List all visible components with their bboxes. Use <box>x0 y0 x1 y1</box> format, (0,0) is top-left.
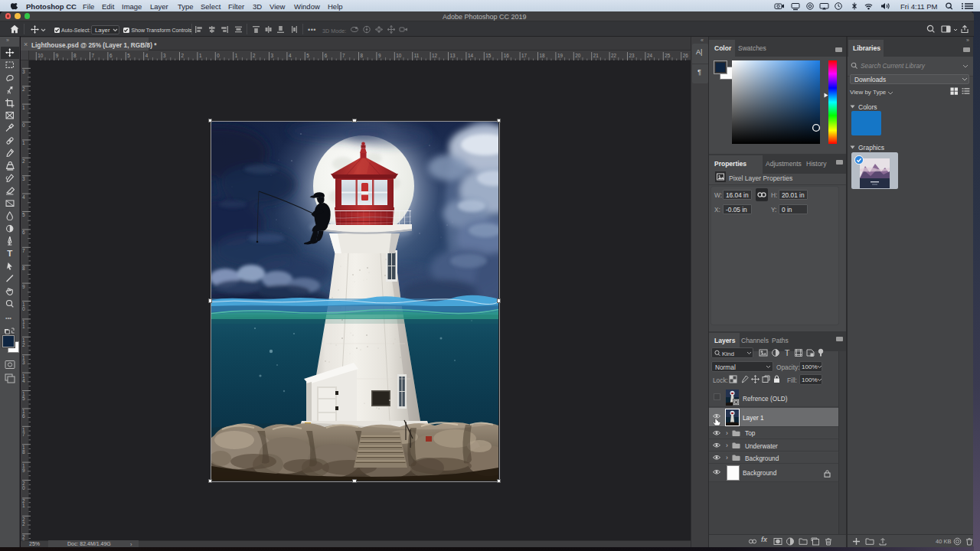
svg-text:13: 13 <box>450 53 456 58</box>
svg-text:2: 2 <box>181 53 185 58</box>
svg-text:8: 8 <box>22 449 25 455</box>
svg-text:T: T <box>7 249 12 258</box>
svg-text:25: 25 <box>665 53 671 58</box>
svg-text:7: 7 <box>22 248 25 253</box>
svg-text:0: 0 <box>217 53 220 58</box>
svg-text:3: 3 <box>163 53 166 58</box>
svg-text:2: 2 <box>22 158 25 164</box>
svg-text:8: 8 <box>361 53 364 58</box>
svg-text:6: 6 <box>22 230 25 235</box>
svg-text:7: 7 <box>92 53 95 58</box>
svg-text:18: 18 <box>540 53 546 58</box>
svg-text:0: 0 <box>22 306 25 311</box>
svg-text:21: 21 <box>593 53 599 58</box>
svg-text:5: 5 <box>22 396 25 401</box>
svg-text:16: 16 <box>504 53 510 58</box>
svg-text:11: 11 <box>414 53 420 58</box>
svg-text:6: 6 <box>325 53 328 58</box>
svg-text:6: 6 <box>22 413 25 419</box>
svg-text:1: 1 <box>22 503 25 508</box>
svg-text:8: 8 <box>22 266 25 271</box>
svg-text:5: 5 <box>22 212 25 217</box>
svg-text:0: 0 <box>22 122 25 128</box>
svg-text:0: 0 <box>22 485 25 491</box>
svg-text:8: 8 <box>74 53 77 58</box>
svg-text:1: 1 <box>22 105 25 110</box>
svg-text:6: 6 <box>109 53 113 58</box>
svg-text:3: 3 <box>22 360 25 365</box>
svg-text:1: 1 <box>22 140 25 145</box>
svg-text:7: 7 <box>22 432 25 437</box>
svg-text:2: 2 <box>22 86 25 92</box>
svg-text:22: 22 <box>611 53 617 58</box>
svg-text:1: 1 <box>22 324 25 329</box>
svg-text:10: 10 <box>396 53 402 58</box>
svg-text:26: 26 <box>683 53 689 58</box>
svg-text:9: 9 <box>22 284 25 289</box>
svg-text:4: 4 <box>145 53 149 58</box>
svg-text:1: 1 <box>199 53 202 58</box>
svg-text:3: 3 <box>22 69 25 74</box>
svg-text:5: 5 <box>306 53 309 58</box>
svg-text:24: 24 <box>647 53 653 58</box>
svg-text:3: 3 <box>22 176 25 181</box>
svg-text:7: 7 <box>342 53 345 58</box>
svg-text:2: 2 <box>22 521 25 527</box>
svg-text:19: 19 <box>557 53 564 58</box>
svg-text:4: 4 <box>289 53 292 58</box>
svg-text:T: T <box>785 348 790 357</box>
svg-text:9: 9 <box>378 53 381 58</box>
svg-text:17: 17 <box>521 53 528 58</box>
svg-text:3: 3 <box>271 53 274 58</box>
svg-text:9: 9 <box>22 468 25 473</box>
svg-text:Kind: Kind <box>722 350 734 357</box>
svg-text:14: 14 <box>468 53 474 58</box>
svg-text:2: 2 <box>253 53 256 58</box>
svg-text:5: 5 <box>127 53 130 58</box>
svg-text:12: 12 <box>432 53 438 58</box>
svg-text:10: 10 <box>38 53 44 58</box>
svg-text:1: 1 <box>235 53 238 58</box>
svg-text:4: 4 <box>22 378 25 383</box>
svg-text:23: 23 <box>629 53 635 58</box>
svg-text:2: 2 <box>22 342 25 347</box>
svg-text:15: 15 <box>485 53 492 58</box>
svg-text:4: 4 <box>22 194 25 200</box>
svg-text:20: 20 <box>575 53 581 58</box>
svg-text:9: 9 <box>56 53 59 58</box>
